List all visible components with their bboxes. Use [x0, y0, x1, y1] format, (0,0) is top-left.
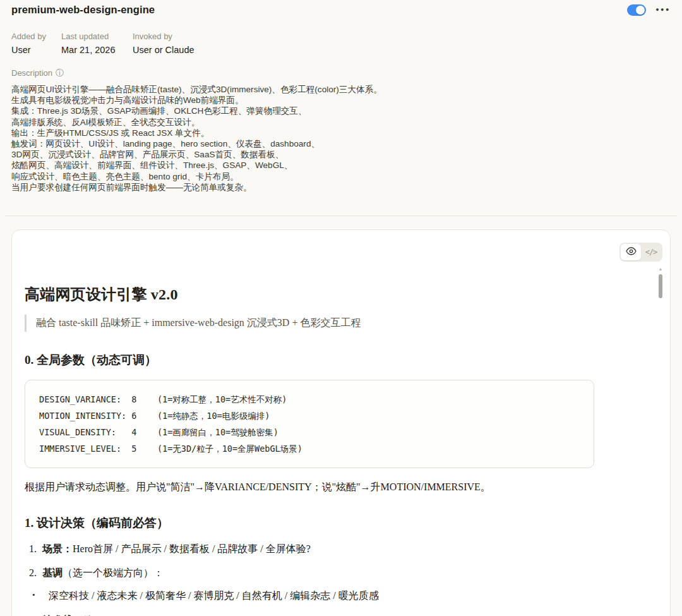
- info-icon[interactable]: ⓘ: [56, 69, 64, 77]
- list-item-text: Hero首屏 / 产品展示 / 数据看板 / 品牌故事 / 全屏体验?: [73, 543, 311, 554]
- sub-list-item-text: 深空科技 / 液态未来 / 极简奢华 / 赛博朋克 / 自然有机 / 编辑杂志 …: [49, 588, 379, 603]
- list-number: 3.: [29, 613, 42, 616]
- eye-icon: [626, 246, 637, 258]
- list-number: 2.: [29, 565, 42, 580]
- meta-value: Mar 21, 2026: [61, 45, 133, 55]
- list-item-text: （选一个极端方向）：: [63, 567, 164, 578]
- meta-value: User or Claude: [133, 45, 194, 55]
- meta-label: Added by: [11, 32, 61, 41]
- doc-title: 高端网页设计引擎 v2.0: [25, 284, 594, 305]
- list-item-lead: 基调: [42, 567, 63, 578]
- meta-invoked-by: Invoked by User or Claude: [133, 32, 194, 55]
- code-view-button[interactable]: </>: [641, 244, 661, 260]
- doc-subtitle-blockquote: 融合 taste-skill 品味矫正 + immersive-web-desi…: [25, 315, 594, 332]
- more-options-icon[interactable]: ●●●: [655, 4, 671, 15]
- enabled-toggle[interactable]: [627, 4, 646, 16]
- meta-label: Invoked by: [133, 32, 194, 41]
- params-code-block: DESIGN_VARIANCE: 8 (1=对称工整，10=艺术性不对称) MO…: [25, 380, 594, 468]
- preview-view-button[interactable]: [621, 244, 641, 260]
- skill-file-preview-card: </> ▲ ▼ 高端网页设计引擎 v2.0 融合 taste-skill 品味矫…: [11, 229, 671, 616]
- meta-value: User: [11, 45, 61, 55]
- description-label: Description: [11, 68, 52, 78]
- scrollbar-thumb[interactable]: [659, 274, 662, 298]
- scroll-up-icon[interactable]: ▲: [657, 267, 664, 272]
- sub-list: • 深空科技 / 液态未来 / 极简奢华 / 赛博朋克 / 自然有机 / 编辑杂…: [32, 588, 594, 603]
- description-text: 高端网页UI设计引擎——融合品味矫正(taste)、沉浸式3D(immersiv…: [11, 84, 618, 193]
- page-title: premium-web-design-engine: [11, 4, 155, 16]
- meta-label: Last updated: [61, 32, 133, 41]
- skill-document: 高端网页设计引擎 v2.0 融合 taste-skill 品味矫正 + imme…: [12, 230, 670, 616]
- code-icon: </>: [645, 248, 657, 257]
- preview-scrollbar[interactable]: ▲ ▼: [657, 267, 664, 616]
- section-heading-decisions: 1. 设计决策（编码前必答）: [25, 515, 594, 531]
- toggle-knob: [636, 6, 645, 15]
- view-mode-switch: </>: [619, 243, 662, 262]
- list-item: 1. 场景：Hero首屏 / 产品展示 / 数据看板 / 品牌故事 / 全屏体验…: [25, 541, 594, 556]
- params-note: 根据用户请求动态调整。用户说"简洁"→降VARIANCE/DENSITY；说"炫…: [25, 480, 594, 495]
- section-divider: [5, 215, 677, 216]
- list-item: 3. 技术栈：纯HTML+JS / React JSX / Next.js?: [25, 613, 594, 616]
- meta-last-updated: Last updated Mar 21, 2026: [61, 32, 133, 55]
- sub-list-item: • 深空科技 / 液态未来 / 极简奢华 / 赛博朋克 / 自然有机 / 编辑杂…: [32, 588, 594, 603]
- list-item-lead: 场景：: [42, 543, 73, 554]
- section-heading-params: 0. 全局参数（动态可调）: [25, 352, 594, 368]
- skill-detail-header: premium-web-design-engine ●●● Added by U…: [0, 0, 682, 193]
- list-number: 1.: [29, 541, 42, 556]
- bullet-icon: •: [32, 588, 49, 603]
- decision-list: 1. 场景：Hero首屏 / 产品展示 / 数据看板 / 品牌故事 / 全屏体验…: [25, 541, 594, 616]
- meta-added-by: Added by User: [11, 32, 61, 55]
- metadata-row: Added by User Last updated Mar 21, 2026 …: [11, 32, 671, 55]
- list-item: 2. 基调（选一个极端方向）： • 深空科技 / 液态未来 / 极简奢华 / 赛…: [25, 565, 594, 603]
